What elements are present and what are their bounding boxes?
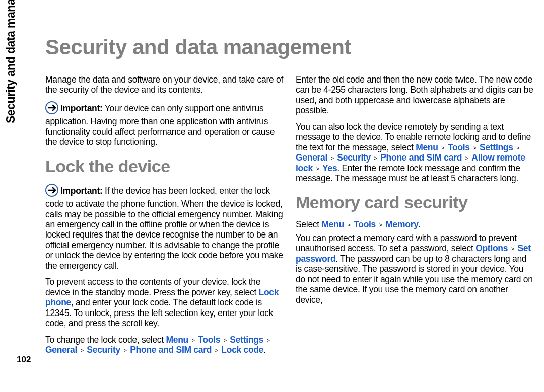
content-area: Security and data management Manage the …: [45, 35, 534, 361]
lock-remote-paragraph: You can also lock the device remotely by…: [296, 122, 534, 184]
nav-tools: Tools: [448, 142, 470, 152]
nav-general: General: [45, 345, 77, 355]
nav-phone-sim: Phone and SIM card: [380, 152, 462, 163]
important-label: Important:: [60, 103, 103, 113]
intro-paragraph: Manage the data and software on your dev…: [45, 74, 284, 95]
nav-lock-code: Lock code: [221, 345, 263, 355]
chapter-side-label: Security and data management: [5, 0, 17, 123]
lock-prevent-access-paragraph: To prevent access to the contents of you…: [45, 277, 284, 328]
nav-menu: Menu: [166, 335, 188, 345]
chevron-right-icon: >: [331, 155, 334, 162]
chevron-right-icon: >: [516, 145, 519, 151]
two-column-body: Manage the data and software on your dev…: [45, 74, 534, 361]
nav-security: Security: [337, 152, 371, 163]
nav-tools: Tools: [354, 219, 376, 229]
important-icon: [45, 101, 58, 116]
nav-general: General: [296, 152, 327, 163]
chevron-right-icon: >: [347, 222, 350, 228]
chevron-right-icon: >: [192, 337, 195, 344]
important-icon: [45, 184, 58, 199]
chevron-right-icon: >: [81, 347, 84, 354]
chevron-right-icon: >: [124, 347, 127, 354]
nav-phone-sim: Phone and SIM card: [130, 345, 212, 355]
important-label: Important:: [60, 186, 103, 196]
chevron-right-icon: >: [379, 222, 382, 228]
nav-security: Security: [87, 345, 120, 355]
nav-tools: Tools: [198, 335, 220, 345]
page-title: Security and data management: [45, 35, 534, 59]
memory-select-path: Select Menu > Tools > Memory.: [296, 219, 534, 229]
page-number: 102: [17, 355, 31, 365]
chevron-right-icon: >: [374, 155, 377, 162]
nav-menu: Menu: [416, 142, 438, 152]
nav-options: Options: [475, 243, 508, 253]
important-note-1: Important: Your device can only support …: [45, 101, 284, 147]
chevron-right-icon: >: [465, 155, 468, 162]
chevron-right-icon: >: [316, 166, 319, 172]
important-note-2: Important: If the device has been locked…: [45, 184, 284, 271]
heading-memory-card: Memory card security: [296, 193, 534, 213]
chevron-right-icon: >: [441, 145, 444, 151]
nav-yes: Yes: [322, 163, 337, 173]
chevron-right-icon: >: [224, 337, 227, 344]
chevron-right-icon: >: [267, 337, 270, 344]
lock-the-device-section: Lock the device Important: If the device…: [45, 156, 284, 271]
nav-menu: Menu: [321, 219, 344, 229]
nav-settings: Settings: [480, 142, 513, 152]
nav-memory: Memory: [385, 219, 418, 229]
chevron-right-icon: >: [215, 347, 218, 354]
chevron-right-icon: >: [511, 246, 514, 252]
nav-settings: Settings: [230, 335, 263, 345]
heading-lock-device: Lock the device: [45, 156, 284, 177]
memory-protect-paragraph: You can protect a memory card with a pas…: [296, 233, 534, 305]
page: Security and data management 102 Securit…: [0, 0, 544, 392]
chevron-right-icon: >: [473, 145, 476, 151]
